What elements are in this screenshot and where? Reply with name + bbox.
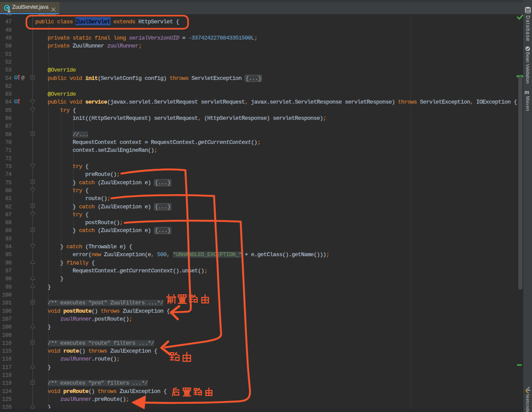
svg-text:@: @ xyxy=(21,75,25,81)
